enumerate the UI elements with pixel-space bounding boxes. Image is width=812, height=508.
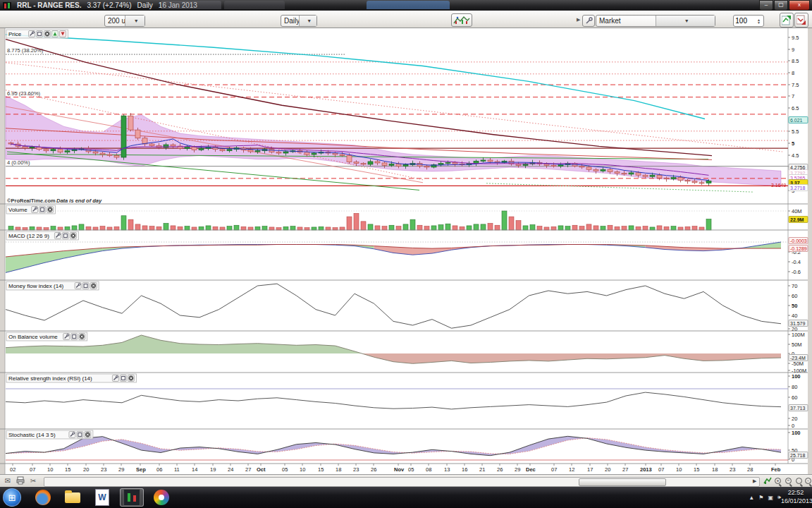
- taskbar-firefox-icon[interactable]: [31, 488, 55, 507]
- volume-bar[interactable]: [220, 227, 225, 230]
- panel-close-icon[interactable]: [44, 31, 51, 37]
- volume-bar[interactable]: [643, 226, 648, 230]
- print-icon[interactable]: [16, 476, 25, 485]
- volume-bar[interactable]: [664, 226, 669, 230]
- zoom-fit-icon[interactable]: ·: [804, 477, 812, 485]
- volume-bar[interactable]: [537, 226, 542, 230]
- horizontal-scrollbar[interactable]: [44, 477, 760, 487]
- zoom-icon[interactable]: [795, 477, 804, 485]
- volume-bar[interactable]: [227, 226, 232, 230]
- panel-settings-icon[interactable]: [63, 334, 70, 340]
- scrollbar-thumb[interactable]: [579, 478, 666, 486]
- candlestick[interactable]: [699, 183, 704, 183]
- collapse-arrow-icon[interactable]: ▶: [577, 17, 580, 23]
- volume-bar[interactable]: [699, 227, 704, 230]
- scroll-right-arrow[interactable]: ▶: [753, 477, 756, 485]
- panel-window-icon[interactable]: [71, 334, 78, 340]
- volume-bar[interactable]: [671, 226, 676, 230]
- volume-bar[interactable]: [213, 226, 218, 230]
- panel-window-icon[interactable]: [120, 375, 126, 382]
- volume-bar[interactable]: [65, 226, 70, 230]
- chart-canvas[interactable]: 8.775 (38.20%)6.95 (23.60%)4 (0.00%)3.16…: [0, 28, 812, 474]
- close-button[interactable]: x: [789, 0, 810, 11]
- volume-bar[interactable]: [333, 228, 338, 230]
- candlestick[interactable]: [347, 155, 352, 162]
- panel-window-icon[interactable]: [82, 283, 89, 289]
- units-dropdown[interactable]: 200 units▼: [104, 15, 145, 27]
- panel-close-icon[interactable]: [70, 233, 76, 239]
- volume-bar[interactable]: [593, 226, 598, 230]
- candlestick[interactable]: [135, 130, 140, 138]
- chevron-down-icon[interactable]: ▼: [125, 16, 145, 26]
- volume-bar[interactable]: [474, 224, 479, 230]
- candlestick[interactable]: [100, 153, 105, 155]
- candlestick[interactable]: [51, 150, 56, 151]
- volume-bar[interactable]: [445, 224, 450, 230]
- volume-bar[interactable]: [509, 217, 514, 230]
- volume-bar[interactable]: [558, 226, 563, 230]
- candlestick[interactable]: [622, 174, 627, 174]
- volume-bar[interactable]: [156, 226, 161, 230]
- candlestick[interactable]: [523, 164, 528, 165]
- volume-bar[interactable]: [283, 226, 288, 230]
- panel-settings-icon[interactable]: [54, 233, 61, 239]
- volume-bar[interactable]: [319, 226, 324, 230]
- candlestick[interactable]: [615, 172, 620, 174]
- candlestick[interactable]: [488, 160, 493, 162]
- candlestick[interactable]: [227, 150, 232, 151]
- volume-bar[interactable]: [255, 226, 260, 230]
- volume-bar[interactable]: [403, 224, 408, 230]
- volume-bar[interactable]: [23, 228, 27, 230]
- candlestick[interactable]: [23, 146, 27, 147]
- volume-bar[interactable]: [565, 226, 570, 230]
- panel-close-icon[interactable]: [128, 375, 134, 382]
- volume-bar[interactable]: [424, 226, 429, 230]
- candlestick[interactable]: [8, 143, 13, 144]
- panel-window-icon[interactable]: [39, 207, 46, 213]
- volume-bar[interactable]: [100, 226, 105, 230]
- candlestick[interactable]: [593, 169, 598, 171]
- candlestick[interactable]: [608, 169, 613, 171]
- panel-settings-icon[interactable]: [29, 31, 35, 37]
- panel-add-up-icon[interactable]: [52, 31, 59, 37]
- volume-bar[interactable]: [375, 226, 380, 230]
- candlestick[interactable]: [481, 160, 486, 161]
- chevron-down-icon[interactable]: ▼: [656, 16, 715, 26]
- candlestick[interactable]: [601, 169, 605, 171]
- candlestick[interactable]: [396, 164, 401, 166]
- volume-bar[interactable]: [417, 225, 422, 230]
- volume-bar[interactable]: [128, 219, 133, 230]
- buy-button[interactable]: [780, 13, 794, 28]
- start-button[interactable]: ⊞: [3, 488, 21, 507]
- volume-bar[interactable]: [142, 226, 147, 230]
- title-bar[interactable]: RRL - RANGE RES. 3.37 (+2.74%) Daily 16 …: [0, 0, 812, 11]
- candlestick[interactable]: [368, 162, 373, 164]
- candlestick[interactable]: [171, 145, 176, 146]
- taskbar-picasa-icon[interactable]: [149, 488, 173, 507]
- tray-expand-icon[interactable]: ▲: [749, 495, 754, 501]
- volume-bar[interactable]: [579, 226, 584, 230]
- candlestick[interactable]: [276, 152, 281, 153]
- volume-bar[interactable]: [601, 226, 605, 230]
- volume-bar[interactable]: [615, 226, 620, 230]
- volume-bar[interactable]: [51, 226, 56, 230]
- volume-bar[interactable]: [114, 226, 119, 230]
- candlestick[interactable]: [354, 162, 359, 164]
- candlestick[interactable]: [255, 151, 260, 152]
- volume-bar[interactable]: [523, 226, 528, 230]
- sell-button[interactable]: [794, 13, 808, 28]
- volume-bar[interactable]: [304, 228, 309, 230]
- cut-icon[interactable]: ✂: [28, 476, 38, 485]
- candlestick[interactable]: [586, 167, 591, 169]
- candlestick[interactable]: [283, 152, 288, 153]
- candlestick[interactable]: [657, 175, 662, 178]
- volume-bar[interactable]: [530, 225, 535, 230]
- volume-bar[interactable]: [93, 227, 98, 230]
- candlestick[interactable]: [114, 155, 119, 157]
- candlestick[interactable]: [361, 164, 366, 164]
- volume-bar[interactable]: [326, 227, 331, 230]
- volume-bar[interactable]: [171, 226, 176, 230]
- volume-bar[interactable]: [460, 226, 465, 230]
- volume-bar[interactable]: [72, 226, 77, 230]
- candlestick[interactable]: [551, 165, 556, 166]
